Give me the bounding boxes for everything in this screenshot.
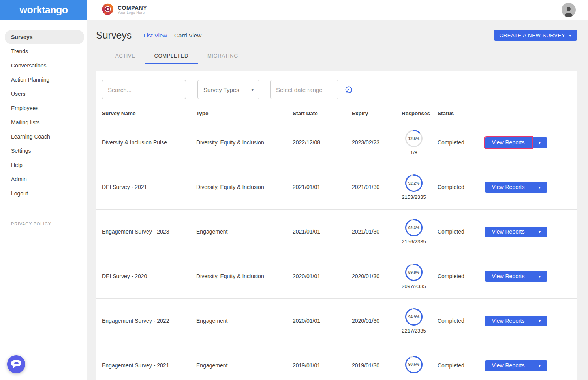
column-status: Status xyxy=(438,110,485,116)
tab-migrating[interactable]: MIGRATING xyxy=(198,49,248,64)
chevron-down-icon: ▾ xyxy=(251,87,254,92)
sidebar-item-action-planning[interactable]: Action Planning xyxy=(0,73,87,87)
chat-widget-button[interactable] xyxy=(7,355,25,373)
chevron-down-icon: ▾ xyxy=(539,230,541,234)
expiry-date: 2020/01/30 xyxy=(352,318,402,324)
survey-type: Engagement xyxy=(196,228,293,235)
sidebar-item-learning-coach[interactable]: Learning Coach xyxy=(0,129,87,144)
status-label: Completed xyxy=(438,362,485,369)
sidebar: SurveysTrendsConversationsAction Plannin… xyxy=(0,20,87,380)
status-label: Completed xyxy=(438,139,485,146)
create-new-survey-button[interactable]: CREATE A NEW SURVEY ▾ xyxy=(494,30,577,41)
table-row: Engagement Survey - 2023 Engagement 2021… xyxy=(96,210,577,254)
expiry-date: 2021/01/30 xyxy=(352,228,402,235)
privacy-policy-link[interactable]: PRIVACY POLICY xyxy=(11,221,51,226)
worktango-logo: worktango xyxy=(20,4,68,16)
sidebar-item-trends[interactable]: Trends xyxy=(0,44,87,58)
response-rate-ring: 92.3% xyxy=(405,219,423,237)
status-label: Completed xyxy=(438,273,485,279)
expiry-date: 2020/01/30 xyxy=(352,273,402,279)
surveys-card: Survey Types ▾ Survey NameTypeStart Date… xyxy=(96,71,577,380)
sidebar-item-logout[interactable]: Logout xyxy=(0,186,87,200)
survey-name: Engagement Survey - 2023 xyxy=(102,228,196,235)
sidebar-item-help[interactable]: Help xyxy=(0,158,87,172)
restore-icon xyxy=(343,84,355,96)
start-date: 2020/01/01 xyxy=(293,318,352,324)
company-name: COMPANY xyxy=(118,5,147,11)
survey-name: Engagement Survey - 2022 xyxy=(102,318,196,324)
sidebar-item-conversations[interactable]: Conversations xyxy=(0,58,87,73)
response-rate-ring: 92.2% xyxy=(405,174,423,192)
column-start-date: Start Date xyxy=(293,110,352,116)
sidebar-item-settings[interactable]: Settings xyxy=(0,144,87,158)
survey-name: Engagement Survey - 2021 xyxy=(102,362,196,369)
view-reports-dropdown[interactable]: ▾ xyxy=(532,182,547,193)
tab-completed[interactable]: COMPLETED xyxy=(145,49,198,64)
survey-name: DEI Survey - 2021 xyxy=(102,184,196,190)
company-tagline: Your Logo Here xyxy=(118,11,147,15)
table-row: Engagement Survey - 2021 Engagement 2019… xyxy=(96,343,577,380)
sidebar-item-employees[interactable]: Employees xyxy=(0,101,87,115)
view-reports-dropdown[interactable]: ▾ xyxy=(532,316,547,326)
table-row: Engagement Survey - 2022 Engagement 2020… xyxy=(96,299,577,343)
response-count: 2153/2335 xyxy=(402,194,426,200)
expiry-date: 2023/02/23 xyxy=(352,139,402,146)
list-view-link[interactable]: List View xyxy=(143,32,167,39)
response-count: 1/8 xyxy=(410,150,417,155)
search-input[interactable] xyxy=(102,80,186,99)
view-reports-dropdown[interactable]: ▾ xyxy=(532,360,547,371)
response-rate-percent: 90.6% xyxy=(405,356,423,374)
view-reports-button[interactable]: View Reports xyxy=(485,137,532,148)
response-rate-percent: 92.2% xyxy=(405,174,423,192)
response-rate-percent: 92.3% xyxy=(405,219,423,237)
column-type: Type xyxy=(196,110,293,116)
responses-cell: 92.2% 2153/2335 xyxy=(398,174,430,200)
chat-bubble-icon xyxy=(11,360,21,369)
response-rate-percent: 12.5% xyxy=(405,129,423,148)
view-reports-dropdown[interactable]: ▾ xyxy=(532,271,547,282)
card-view-link[interactable]: Card View xyxy=(174,32,201,39)
view-reports-button[interactable]: View Reports xyxy=(485,360,532,371)
view-reports-button[interactable]: View Reports xyxy=(485,182,532,193)
view-reports-button[interactable]: View Reports xyxy=(485,316,532,326)
chevron-down-icon: ▾ xyxy=(539,185,541,189)
chevron-down-icon: ▾ xyxy=(539,319,541,323)
response-count: 2156/2335 xyxy=(402,239,426,245)
table-row: Diversity & Inclusion Pulse Diversity, E… xyxy=(96,120,577,165)
sidebar-nav: SurveysTrendsConversationsAction Plannin… xyxy=(0,30,87,200)
response-rate-ring: 94.9% xyxy=(405,308,423,326)
view-reports-button[interactable]: View Reports xyxy=(485,271,532,282)
view-toggle: List ViewCard View xyxy=(143,32,201,39)
chevron-down-icon: ▾ xyxy=(539,140,541,145)
survey-type: Diversity, Equity & Inclusion xyxy=(196,273,293,279)
survey-types-select[interactable]: Survey Types ▾ xyxy=(197,80,259,99)
user-avatar[interactable] xyxy=(562,3,576,17)
column-responses: Responses xyxy=(402,110,438,116)
view-reports-dropdown[interactable]: ▾ xyxy=(532,227,547,237)
start-date: 2022/12/08 xyxy=(293,139,352,146)
sidebar-item-mailing-lists[interactable]: Mailing lists xyxy=(0,115,87,129)
view-reports-dropdown[interactable]: ▾ xyxy=(532,137,547,148)
date-range-input[interactable] xyxy=(270,80,338,99)
responses-cell: 90.6% xyxy=(398,356,430,376)
survey-name: DEI Survey - 2020 xyxy=(102,273,196,279)
reset-filters-button[interactable] xyxy=(344,85,353,94)
column-survey-name: Survey Name xyxy=(102,110,196,116)
tab-active[interactable]: ACTIVE xyxy=(106,49,145,64)
response-rate-ring: 12.5% xyxy=(405,129,423,148)
sidebar-item-users[interactable]: Users xyxy=(0,87,87,101)
response-rate-ring: 89.8% xyxy=(405,263,423,281)
sidebar-item-surveys[interactable]: Surveys xyxy=(5,30,84,44)
survey-name: Diversity & Inclusion Pulse xyxy=(102,139,196,146)
person-icon xyxy=(562,5,576,17)
response-rate-percent: 89.8% xyxy=(405,263,423,281)
survey-type: Diversity, Equity & Inclusion xyxy=(196,139,293,146)
view-reports-button[interactable]: View Reports xyxy=(485,227,532,237)
start-date: 2019/01/01 xyxy=(293,362,352,369)
start-date: 2021/01/01 xyxy=(293,184,352,190)
response-count: 2097/2335 xyxy=(402,283,426,289)
company-pin-icon xyxy=(100,2,115,17)
table-body: Diversity & Inclusion Pulse Diversity, E… xyxy=(96,120,577,380)
topbar: COMPANY Your Logo Here xyxy=(87,0,588,20)
sidebar-item-admin[interactable]: Admin xyxy=(0,172,87,186)
